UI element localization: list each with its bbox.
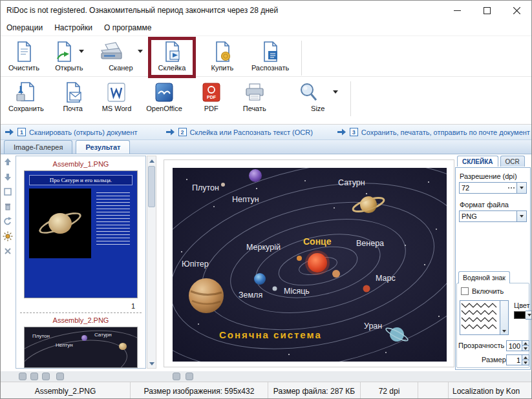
print-button[interactable]: Печать [238, 79, 271, 113]
watermark-pattern-preview [460, 301, 500, 334]
format-select[interactable]: PNG [459, 210, 527, 222]
arrow-up-icon [3, 157, 13, 167]
dpi-dropdown-button[interactable] [516, 183, 526, 193]
step-number: 1 [17, 128, 26, 136]
chevron-down-icon [520, 215, 524, 218]
print-button-label: Печать [243, 105, 266, 112]
menu-about[interactable]: О программе [98, 23, 157, 32]
toolbar-row-1: Очистить Открыть [1, 36, 531, 77]
opacity-down-button[interactable] [522, 345, 529, 351]
watermark-pattern-select[interactable] [460, 300, 509, 335]
watermark-dropdown-button[interactable] [500, 301, 508, 334]
chevron-down-icon [524, 362, 527, 364]
opacity-input[interactable] [507, 341, 522, 351]
color-swatch[interactable] [514, 311, 526, 319]
scroll-down-button[interactable] [147, 359, 156, 368]
merge-button-label: Склейка [158, 64, 186, 72]
open-dropdown-icon[interactable] [79, 50, 84, 53]
pdf-button[interactable]: PDF PDF [195, 79, 228, 113]
msword-icon [106, 81, 127, 103]
mini-page-button[interactable] [173, 373, 180, 380]
color-dropdown-button[interactable] [526, 311, 532, 320]
save-button[interactable]: Сохранить [6, 79, 47, 113]
label-venus: Венера [356, 239, 384, 248]
status-localization: Localization by Kon [449, 382, 531, 399]
tab-watermark[interactable]: Водяной знак [458, 271, 510, 283]
scroll-up-button[interactable] [147, 156, 156, 165]
watermark-group: Включить [456, 283, 529, 368]
tab-image-gallery[interactable]: Image-Галерея [4, 140, 72, 154]
opacity-up-button[interactable] [522, 341, 529, 345]
enable-watermark-label: Включить [472, 287, 504, 295]
close-button[interactable] [502, 1, 531, 20]
slide-title: Про Сатурн и его кольца. [29, 175, 133, 185]
size-up-button[interactable] [522, 355, 529, 360]
mini-page-button[interactable] [42, 373, 50, 380]
buy-button[interactable]: Купить [206, 39, 239, 72]
scroll-down-icon [149, 362, 154, 365]
remove-button[interactable] [3, 246, 13, 256]
page-number: 1 [131, 302, 135, 310]
size-down-button[interactable] [522, 360, 529, 365]
mini-label-saturn: Сатурн [94, 332, 112, 338]
open-button[interactable]: Открыть [52, 39, 87, 72]
move-up-button[interactable] [3, 157, 13, 167]
brightness-sun-icon [3, 231, 13, 241]
thumbnail-1[interactable]: Про Сатурн и его кольца. [24, 170, 138, 298]
msword-button[interactable]: MS Word [100, 79, 134, 113]
status-filename: Assembly_2.PNG [1, 382, 130, 399]
mini-page-button[interactable] [56, 373, 64, 380]
window-controls [442, 1, 531, 20]
format-dropdown-button[interactable] [516, 211, 526, 221]
mail-button[interactable]: Почта [56, 79, 90, 113]
size-dropdown-icon[interactable] [333, 90, 338, 94]
image-caption: Сонячна система [219, 329, 322, 340]
merge-button[interactable]: Склейка [155, 39, 189, 72]
size-input[interactable] [507, 355, 522, 365]
ridoc-window: RiDoc is not registered. Ознакомительный… [0, 0, 532, 399]
brightness-button[interactable] [3, 231, 13, 241]
mini-page-button[interactable] [186, 373, 193, 380]
scanner-dropdown-icon[interactable] [138, 50, 143, 53]
label-saturn: Сатурн [338, 178, 365, 187]
move-down-button[interactable] [3, 172, 13, 182]
size-spinner[interactable] [506, 354, 529, 365]
mini-page-button[interactable] [19, 373, 27, 380]
save-button-label: Сохранить [8, 105, 44, 112]
tab-ocr[interactable]: OCR [500, 156, 525, 167]
color-picker[interactable] [514, 311, 532, 320]
opacity-spinner[interactable] [506, 340, 529, 351]
rotate-button[interactable] [3, 216, 13, 227]
recognize-button[interactable]: Распознать [249, 39, 292, 72]
menu-operations[interactable]: Операции [1, 23, 48, 32]
enable-watermark-checkbox[interactable] [461, 287, 469, 295]
recognize-button-label: Распознать [251, 64, 289, 72]
step-number: 2 [178, 128, 187, 136]
dpi-input[interactable] [460, 184, 508, 192]
mini-page-strip [1, 371, 531, 382]
select-button[interactable] [3, 187, 13, 197]
svg-text:PDF: PDF [207, 95, 217, 99]
scrollbar-thumb[interactable] [148, 166, 155, 207]
status-dpi: 72 dpi [361, 382, 418, 399]
content-area: Assembly_1.PNG Про Сатурн и его кольца. … [1, 154, 531, 371]
rotate-icon [3, 216, 13, 227]
clear-button-label: Очистить [8, 64, 39, 72]
tab-result[interactable]: Результат [76, 140, 130, 154]
gallery-scrollbar[interactable] [147, 156, 156, 369]
minimize-button[interactable] [442, 1, 472, 20]
delete-page-button[interactable] [3, 201, 13, 212]
dpi-combo[interactable] [459, 182, 527, 194]
clear-button[interactable]: Очистить [6, 39, 42, 72]
openoffice-button[interactable]: OpenOffice [144, 79, 184, 113]
scanner-button[interactable]: Сканер [96, 39, 145, 72]
zigzag-pattern-icon [460, 301, 500, 334]
thumbnail-2[interactable]: Плутон Нептун Сатурн [24, 327, 138, 368]
size-button[interactable]: Size [295, 79, 341, 113]
title-bar: RiDoc is not registered. Ознакомительный… [1, 1, 531, 20]
menu-settings[interactable]: Настройки [48, 23, 98, 32]
tab-merge[interactable]: СКЛЕЙКА [457, 156, 498, 167]
result-gallery-panel: Assembly_1.PNG Про Сатурн и его кольца. … [16, 156, 146, 369]
maximize-button[interactable] [472, 1, 502, 20]
mini-page-button[interactable] [30, 373, 38, 380]
